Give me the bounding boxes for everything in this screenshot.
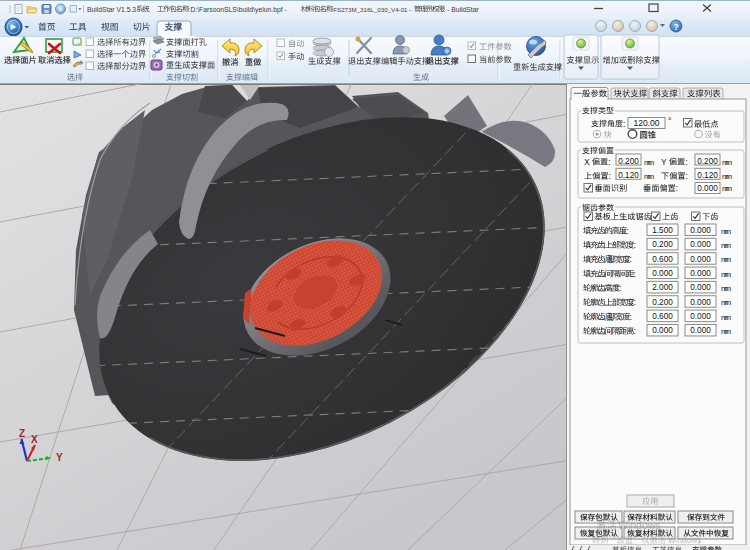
svg-text::: :	[626, 226, 628, 236]
svg-text:m: m	[724, 241, 731, 250]
svg-text:m: m	[724, 270, 731, 279]
svg-text:0.000: 0.000	[690, 283, 711, 292]
svg-text::: :	[633, 326, 635, 336]
svg-text::: :	[633, 297, 635, 307]
svg-text:0.120: 0.120	[618, 171, 639, 180]
svg-text:BuildStar V1.5.3: BuildStar V1.5.3	[87, 6, 136, 13]
svg-text:-: -	[409, 6, 411, 13]
svg-text:0.600: 0.600	[652, 312, 673, 321]
svg-text:0.600: 0.600	[652, 255, 673, 264]
svg-text::: :	[619, 283, 621, 293]
svg-text:0.000: 0.000	[690, 269, 711, 278]
svg-text:m: m	[724, 284, 731, 293]
svg-text::: :	[609, 171, 611, 181]
svg-text:- BuildStar: - BuildStar	[447, 6, 479, 13]
svg-text:Windows: Windows	[668, 536, 701, 545]
svg-text::: :	[608, 157, 610, 167]
svg-text::: :	[629, 312, 631, 322]
svg-text:0.200: 0.200	[652, 240, 673, 249]
svg-text:m: m	[725, 158, 732, 167]
svg-text:0.200: 0.200	[697, 157, 718, 166]
svg-text:?: ?	[673, 22, 678, 32]
svg-text:Y: Y	[56, 452, 63, 463]
svg-text::: :	[685, 157, 687, 167]
svg-text:Windows: Windows	[618, 519, 661, 531]
svg-text:0.000: 0.000	[690, 326, 711, 335]
svg-text::: :	[633, 269, 635, 279]
svg-text::: :	[676, 183, 678, 193]
svg-text:1.500: 1.500	[652, 226, 673, 235]
svg-text::: :	[629, 254, 631, 264]
svg-text:0.000: 0.000	[690, 298, 711, 307]
svg-text:m: m	[724, 255, 731, 264]
svg-text::FS273M_316L_030_V4-01: :FS273M_316L_030_V4-01	[332, 6, 409, 13]
svg-text:m: m	[647, 172, 654, 181]
svg-text:°: °	[668, 116, 672, 126]
svg-text:m: m	[724, 227, 731, 236]
svg-text:120.00: 120.00	[634, 118, 660, 128]
svg-text:0.000: 0.000	[690, 240, 711, 249]
svg-text:2.000: 2.000	[652, 283, 673, 292]
svg-text:0.000: 0.000	[652, 326, 673, 335]
svg-text:Y: Y	[661, 157, 667, 167]
svg-text:0.000: 0.000	[690, 255, 711, 264]
svg-text:0.000: 0.000	[690, 312, 711, 321]
svg-text:m: m	[724, 327, 731, 336]
svg-text::: :	[633, 240, 635, 250]
svg-text:0.000: 0.000	[652, 269, 673, 278]
svg-text::D:\FarsoonSLS\build\yelun.bpf: :D:\FarsoonSLS\build\yelun.bpf -	[189, 6, 287, 14]
svg-text:m: m	[647, 158, 654, 167]
svg-text:0.200: 0.200	[618, 157, 639, 166]
svg-text:0.200: 0.200	[652, 298, 673, 307]
svg-text:0.120: 0.120	[697, 171, 718, 180]
svg-text:0.000: 0.000	[690, 226, 711, 235]
svg-text:m: m	[724, 298, 731, 307]
svg-text:0.000: 0.000	[697, 184, 718, 193]
svg-text::: :	[686, 171, 688, 181]
svg-text:X: X	[31, 434, 38, 445]
svg-text:m: m	[724, 313, 731, 322]
svg-text:m: m	[725, 184, 732, 193]
svg-text::: :	[623, 119, 625, 129]
svg-text:Z: Z	[19, 428, 25, 439]
svg-text:X: X	[584, 157, 590, 167]
svg-text:m: m	[725, 172, 732, 181]
